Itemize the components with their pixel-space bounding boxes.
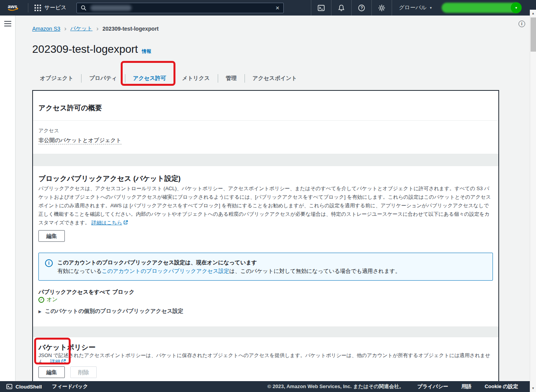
settings-button[interactable] (372, 0, 392, 16)
tab-management[interactable]: 管理 (218, 71, 245, 85)
footer: CloudShell フィードバック © 2023, Amazon Web Se… (0, 381, 536, 392)
cloudshell-terminal-icon (317, 4, 325, 12)
footer-cloudshell-button[interactable]: CloudShell (6, 383, 42, 390)
breadcrumb: Amazon S3 › バケット › 202309-test-logexport (16, 16, 530, 33)
breadcrumb-amazon-s3-link[interactable]: Amazon S3 (32, 26, 60, 32)
footer-terms-link[interactable]: 用語 (461, 383, 472, 390)
region-selector[interactable]: グローバル ▼ (392, 4, 438, 11)
bucket-policy-title: バケットポリシー (38, 343, 493, 352)
chevron-right-icon: › (64, 25, 66, 33)
topbar-right-group: ? グローバル ▼ (311, 0, 520, 16)
banner-text: このアカウントのブロックパブリックアクセス設定は、現在オンになっています 有効に… (57, 258, 401, 275)
expander-label: このバケットの個別のブロックパブリックアクセス設定 (45, 308, 184, 315)
services-menu-button[interactable]: サービス (31, 4, 70, 11)
vertical-scrollbar[interactable]: ▲ ▼ (530, 10, 536, 392)
section-gap (33, 326, 498, 337)
tab-access-points[interactable]: アクセスポイント (245, 71, 305, 85)
banner-title: このアカウントのブロックパブリックアクセス設定は、現在オンになっています (57, 258, 401, 266)
page-info-icon[interactable]: i (519, 21, 525, 27)
cloudshell-terminal-icon (6, 383, 12, 390)
bucket-tabs: オブジェクト プロパティ アクセス許可 メトリクス 管理 アクセスポイント (32, 71, 530, 85)
region-label: グローバル (399, 4, 427, 11)
overview-header: アクセス許可の概要 (33, 91, 498, 121)
individual-bpa-settings-expander[interactable]: ▶ このバケットの個別のブロックパブリックアクセス設定 (38, 308, 493, 315)
footer-cookie-settings-link[interactable]: Cookie の設定 (485, 383, 518, 390)
topbar: aws サービス × (0, 0, 536, 16)
topbar-divider (28, 3, 28, 12)
settings-gear-icon (378, 4, 385, 12)
bucket-policy-delete-button[interactable]: 削除 (70, 366, 97, 378)
bpa-title: ブロックパブリックアクセス (バケット設定) (38, 174, 493, 183)
account-caret-badge: ▼ (511, 2, 522, 13)
tab-properties[interactable]: プロパティ (82, 71, 125, 85)
chevron-right-icon: › (96, 25, 99, 33)
aws-logo-icon: aws (6, 3, 20, 12)
banner-prefix: 有効になっている (57, 268, 102, 274)
chevron-down-icon: ▼ (429, 6, 432, 10)
cloudshell-label: CloudShell (16, 384, 42, 390)
bucket-name: 202309-test-logexport (32, 43, 138, 56)
left-nav-rail (0, 16, 16, 381)
overview-body: アクセス 非公開のバケットとオブジェクト (33, 121, 498, 154)
account-name-redacted (442, 3, 520, 13)
tab-permissions[interactable]: アクセス許可 (125, 71, 174, 85)
block-all-public-access-label: パブリックアクセスをすべて ブロック (38, 288, 493, 295)
triangle-right-icon: ▶ (38, 309, 42, 314)
tab-metrics[interactable]: メトリクス (174, 71, 218, 85)
bpa-edit-row: 編集 (38, 230, 493, 242)
bpa-description: パブリックアクセスは、アクセスコントロールリスト (ACL)、バケットポリシー、… (38, 184, 493, 227)
open-menu-button[interactable] (4, 21, 11, 26)
info-glyph: i (521, 22, 522, 26)
apps-grid-icon (35, 5, 41, 11)
help-button[interactable]: ? (352, 0, 372, 16)
search-input[interactable]: × (76, 3, 284, 13)
title-info-link[interactable]: 情報 (142, 45, 151, 58)
bucket-policy-actions: 編集 削除 (38, 366, 493, 378)
banner-body: 有効になっているこのアカウントのブロックパブリックアクセス設定は、このバケットに… (57, 267, 401, 275)
bucket-policy-description-text: JSON で記述されたアクセスポイントポリシーは、バケットに保存されたオブジェク… (38, 352, 490, 364)
aws-logo[interactable]: aws (6, 3, 20, 12)
scroll-down-icon[interactable]: ▼ (530, 385, 536, 392)
breadcrumb-buckets-link[interactable]: バケット (70, 25, 92, 32)
access-value[interactable]: 非公開のバケットとオブジェクト (38, 137, 121, 144)
bpa-edit-button[interactable]: 編集 (38, 230, 65, 242)
success-check-icon: ✓ (38, 297, 44, 303)
notifications-button[interactable] (331, 0, 352, 16)
block-all-public-access-status: ✓ オン (38, 296, 493, 303)
breadcrumb-current: 202309-test-logexport (102, 26, 159, 32)
footer-privacy-link[interactable]: プライバシー (417, 383, 448, 390)
bpa-learn-more-link[interactable]: 詳細はこちら (91, 220, 122, 225)
footer-feedback-link[interactable]: フィードバック (52, 383, 88, 390)
page-title: 202309-test-logexport 情報 (32, 43, 530, 58)
status-on-value: オン (47, 296, 58, 303)
bell-icon (338, 4, 345, 12)
check-glyph: ✓ (40, 298, 43, 302)
bucket-policy-edit-button[interactable]: 編集 (38, 366, 65, 378)
services-label: サービス (44, 4, 66, 11)
footer-right-group: © 2023, Amazon Web Services, Inc. またはその関… (267, 383, 518, 390)
main-content: i Amazon S3 › バケット › 202309-test-logexpo… (16, 16, 530, 381)
bucket-policy-description: JSON で記述されたアクセスポイントポリシーは、バケットに保存されたオブジェク… (38, 352, 493, 365)
access-label: アクセス (38, 128, 493, 134)
bucket-policy-detail-link[interactable]: 詳細 (50, 359, 60, 364)
account-menu[interactable]: ▼ (442, 3, 520, 13)
search-query-redacted (90, 5, 132, 11)
aws-s3-console: aws サービス × (0, 0, 536, 392)
clear-search-icon[interactable]: × (276, 5, 279, 11)
banner-account-settings-link[interactable]: このアカウントのブロックパブリックアクセス設定 (102, 268, 229, 274)
tab-objects[interactable]: オブジェクト (32, 71, 81, 85)
feedback-label: フィードバック (52, 383, 88, 390)
cloudshell-button[interactable] (311, 0, 331, 16)
external-link-icon (123, 220, 128, 225)
external-link-icon (61, 359, 66, 364)
account-bpa-info-banner: i このアカウントのブロックパブリックアクセス設定は、現在オンになっています 有… (38, 253, 493, 281)
scroll-up-icon[interactable]: ▲ (530, 10, 536, 17)
bucket-policy-section: バケットポリシー JSON で記述されたアクセスポイントポリシーは、バケットに保… (33, 337, 498, 381)
overview-title: アクセス許可の概要 (38, 103, 493, 113)
svg-text:?: ? (361, 6, 363, 10)
section-gap (33, 154, 498, 166)
search-icon (81, 5, 87, 11)
footer-copyright: © 2023, Amazon Web Services, Inc. またはその関… (267, 383, 404, 390)
scrollbar-thumb[interactable] (531, 17, 536, 52)
block-public-access-section: ブロックパブリックアクセス (バケット設定) パブリックアクセスは、アクセスコン… (33, 166, 498, 326)
